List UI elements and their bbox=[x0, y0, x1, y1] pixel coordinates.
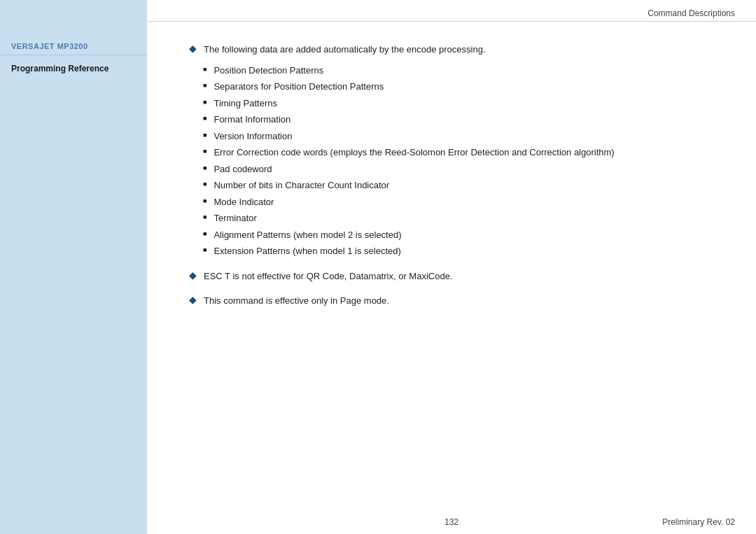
sub-item-text-7: Pad codeword bbox=[214, 162, 272, 176]
square-icon-2: ■ bbox=[203, 82, 206, 89]
sub-item-text-11: Alignment Patterns (when model 2 is sele… bbox=[214, 228, 401, 242]
sub-item-11: ■ Alignment Patterns (when model 2 is se… bbox=[203, 228, 714, 242]
footer-revision: Preliminary Rev. 02 bbox=[546, 517, 735, 527]
main-bullet-text-1: The following data are added automatical… bbox=[204, 43, 486, 57]
sub-item-2: ■ Separators for Position Detection Patt… bbox=[203, 80, 714, 94]
content-body: ◆ The following data are added automatic… bbox=[147, 22, 756, 510]
product-name: VERSAJET MP3200 bbox=[0, 42, 147, 55]
sub-list-1: ■ Position Detection Patterns ■ Separato… bbox=[203, 64, 714, 258]
main-bullet-2: ◆ ESC T is not effective for QR Code, Da… bbox=[189, 269, 714, 283]
header-title: Command Descriptions bbox=[648, 8, 735, 18]
diamond-icon-3: ◆ bbox=[189, 294, 197, 305]
sub-item-5: ■ Version Information bbox=[203, 129, 714, 143]
footer: 132 Preliminary Rev. 02 bbox=[147, 510, 756, 534]
square-icon-11: ■ bbox=[203, 230, 206, 237]
sub-item-text-1: Position Detection Patterns bbox=[214, 64, 323, 78]
sub-item-text-2: Separators for Position Detection Patter… bbox=[214, 80, 384, 94]
sub-item-7: ■ Pad codeword bbox=[203, 162, 714, 176]
sub-item-4: ■ Format Information bbox=[203, 113, 714, 127]
bullet-section-2: ◆ ESC T is not effective for QR Code, Da… bbox=[189, 269, 714, 283]
square-icon-7: ■ bbox=[203, 164, 206, 171]
sub-item-text-4: Format Information bbox=[214, 113, 290, 127]
sub-item-text-8: Number of bits in Character Count Indica… bbox=[214, 178, 389, 192]
sub-item-text-10: Terminator bbox=[214, 211, 256, 225]
sub-item-6: ■ Error Correction code words (employs t… bbox=[203, 146, 714, 160]
square-icon-3: ■ bbox=[203, 99, 206, 106]
diamond-icon-2: ◆ bbox=[189, 269, 197, 281]
diamond-icon-1: ◆ bbox=[189, 43, 197, 54]
square-icon-8: ■ bbox=[203, 181, 206, 188]
main-bullet-3: ◆ This command is effective only in Page… bbox=[189, 294, 714, 308]
square-icon-5: ■ bbox=[203, 132, 206, 139]
square-icon-6: ■ bbox=[203, 148, 206, 155]
main-bullet-1: ◆ The following data are added automatic… bbox=[189, 43, 714, 57]
square-icon-9: ■ bbox=[203, 197, 206, 204]
square-icon-10: ■ bbox=[203, 213, 206, 220]
sub-item-8: ■ Number of bits in Character Count Indi… bbox=[203, 178, 714, 192]
sub-item-text-9: Mode Indicator bbox=[214, 195, 274, 209]
sub-item-text-12: Extension Patterns (when model 1 is sele… bbox=[214, 244, 400, 258]
header: Command Descriptions bbox=[147, 0, 756, 22]
square-icon-1: ■ bbox=[203, 66, 206, 73]
main-bullet-text-3: This command is effective only in Page m… bbox=[204, 294, 389, 308]
sub-item-9: ■ Mode Indicator bbox=[203, 195, 714, 209]
square-icon-4: ■ bbox=[203, 115, 206, 122]
main-content: Command Descriptions ◆ The following dat… bbox=[147, 0, 756, 534]
sub-item-1: ■ Position Detection Patterns bbox=[203, 64, 714, 78]
sub-item-text-6: Error Correction code words (employs the… bbox=[214, 146, 614, 160]
main-bullet-text-2: ESC T is not effective for QR Code, Data… bbox=[204, 269, 452, 283]
sidebar-section-label: Programming Reference bbox=[0, 61, 147, 76]
sub-item-text-3: Timing Patterns bbox=[214, 97, 277, 111]
sub-item-10: ■ Terminator bbox=[203, 211, 714, 225]
sub-item-text-5: Version Information bbox=[214, 129, 292, 143]
square-icon-12: ■ bbox=[203, 246, 206, 253]
sidebar: VERSAJET MP3200 Programming Reference bbox=[0, 0, 147, 534]
sidebar-divider bbox=[0, 55, 147, 55]
bullet-section-1: ◆ The following data are added automatic… bbox=[189, 43, 714, 258]
sub-item-12: ■ Extension Patterns (when model 1 is se… bbox=[203, 244, 714, 258]
sub-item-3: ■ Timing Patterns bbox=[203, 97, 714, 111]
page-number: 132 bbox=[357, 517, 546, 527]
bullet-section-3: ◆ This command is effective only in Page… bbox=[189, 294, 714, 308]
